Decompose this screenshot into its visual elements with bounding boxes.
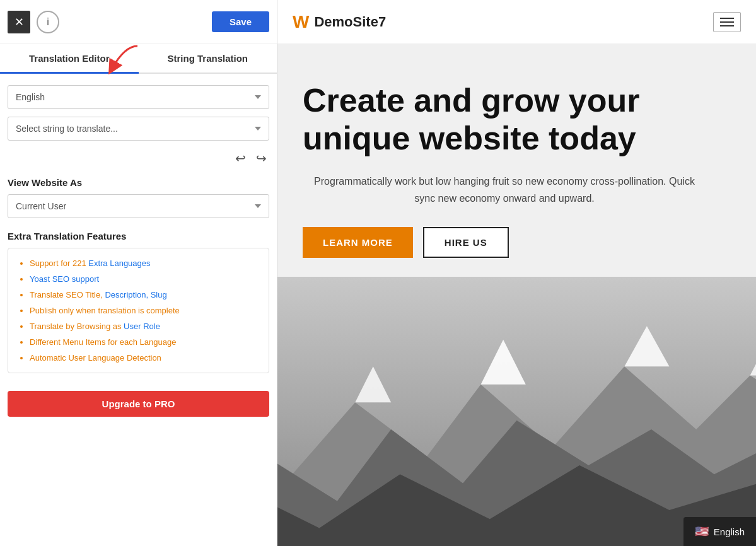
tab-string-translation[interactable]: String Translation (139, 44, 277, 73)
site-logo: W DemoSite7 (293, 12, 386, 32)
list-item: Yoast SEO support (30, 274, 259, 284)
info-button[interactable]: i (37, 11, 59, 33)
undo-button[interactable]: ↩ (233, 148, 248, 168)
site-nav: W DemoSite7 (277, 0, 756, 44)
learn-more-button[interactable]: LEARN MORE (303, 227, 413, 258)
right-panel: W DemoSite7 Create and grow your unique … (277, 0, 756, 546)
upgrade-button[interactable]: Upgrade to PRO (8, 391, 269, 417)
language-badge-label: English (714, 526, 745, 537)
view-website-as-section: View Website As Current User (0, 171, 277, 224)
list-item: Automatic User Language Detection (30, 353, 259, 363)
list-item: Different Menu Items for each Language (30, 337, 259, 347)
logo-w-icon: W (293, 12, 309, 32)
list-item: Support for 221 Extra Languages (30, 258, 259, 268)
redo-button[interactable]: ↪ (253, 148, 269, 168)
mountains-area: 🇺🇸 English (277, 277, 756, 546)
hero-heading: Create and grow your unique website toda… (303, 82, 706, 158)
dropdowns-area: English Select string to translate... (0, 74, 277, 146)
extra-features-section: Extra Translation Features Support for 2… (0, 224, 277, 383)
flag-icon: 🇺🇸 (695, 525, 709, 538)
features-box: Support for 221 Extra Languages Yoast SE… (8, 248, 269, 373)
string-dropdown[interactable]: Select string to translate... (8, 117, 269, 141)
extra-features-title: Extra Translation Features (8, 231, 269, 241)
hire-us-button[interactable]: HIRE US (423, 227, 509, 258)
hamburger-icon (720, 18, 734, 26)
language-badge: 🇺🇸 English (683, 517, 756, 546)
site-name: DemoSite7 (314, 14, 386, 30)
hero-section: Create and grow your unique website toda… (277, 44, 756, 277)
save-button[interactable]: Save (212, 11, 269, 32)
view-as-dropdown[interactable]: Current User (8, 194, 269, 218)
list-item: Translate SEO Title, Description, Slug (30, 290, 259, 299)
top-bar: ✕ i Save (0, 0, 277, 44)
tabs: Translation Editor String Translation (0, 44, 277, 74)
language-dropdown[interactable]: English (8, 85, 269, 109)
hero-buttons: LEARN MORE HIRE US (303, 227, 731, 258)
tab-translation-editor[interactable]: Translation Editor (0, 44, 139, 73)
hero-subtext: Programmatically work but low hanging fr… (303, 173, 706, 207)
view-website-as-title: View Website As (8, 177, 269, 188)
features-list: Support for 221 Extra Languages Yoast SE… (16, 258, 259, 363)
list-item: Publish only when translation is complet… (30, 306, 259, 315)
hamburger-button[interactable] (713, 12, 741, 32)
list-item: Translate by Browsing as User Role (30, 322, 259, 331)
close-button[interactable]: ✕ (8, 11, 30, 33)
left-panel: ✕ i Save Translation Editor String Trans… (0, 0, 277, 546)
undo-redo-bar: ↩ ↪ (0, 146, 277, 171)
